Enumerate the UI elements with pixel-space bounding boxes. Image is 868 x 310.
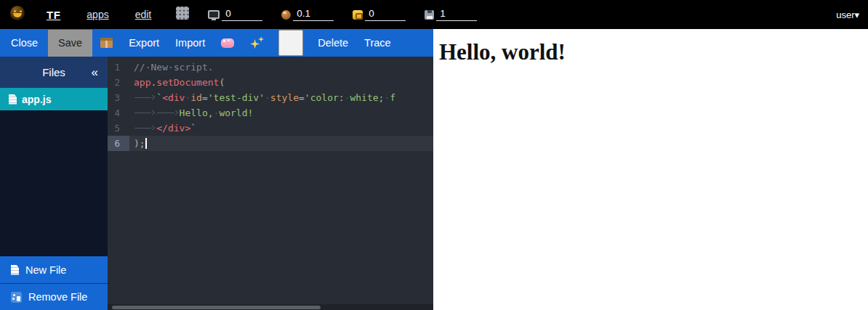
remove-file-label: Remove File: [28, 291, 87, 303]
save-button[interactable]: Save: [48, 30, 92, 57]
files-header-label: Files: [42, 66, 65, 78]
monitor-icon: [208, 10, 220, 19]
package-button[interactable]: [92, 29, 121, 57]
line-number: 1: [108, 60, 129, 75]
line-number: 5: [108, 121, 129, 136]
preview-heading: Hello, world!: [439, 39, 868, 65]
file-list-empty-area: [0, 110, 108, 256]
stat-floppy-field[interactable]: 1: [425, 8, 477, 21]
tab-whitespace-icon: [134, 93, 156, 102]
export-button[interactable]: Export: [121, 29, 167, 57]
stat-coin-field[interactable]: 0: [353, 8, 406, 21]
top-bar: TF apps edit 0 0.1 0 1 user▾: [0, 0, 868, 29]
code-token: <div: [162, 92, 185, 103]
tab-whitespace-icon: [134, 123, 156, 132]
code-token: `: [190, 123, 196, 134]
editor-toolbar: Close Save Export Import Delete Trace: [0, 29, 433, 57]
new-file-button[interactable]: New File: [0, 256, 108, 283]
code-text[interactable]: </div>`: [129, 121, 433, 136]
file-icon: [9, 94, 17, 105]
horizontal-scrollbar[interactable]: [108, 304, 433, 310]
tab-whitespace-icon: [156, 108, 179, 117]
delete-button[interactable]: Delete: [310, 29, 356, 57]
close-button[interactable]: Close: [3, 29, 46, 57]
stat-monitor-value[interactable]: 0: [222, 8, 262, 21]
line-number: 6: [108, 136, 129, 151]
sparkles-button[interactable]: [242, 29, 272, 57]
blank-button[interactable]: [278, 30, 303, 56]
code-line[interactable]: 6);: [108, 136, 433, 151]
user-menu-label: user: [836, 9, 854, 20]
new-file-label: New File: [25, 264, 66, 276]
code-token: f: [390, 92, 395, 103]
code-text[interactable]: //·New·script.: [129, 60, 433, 75]
beer-icon: [281, 10, 291, 20]
tab-whitespace-icon: [134, 108, 156, 117]
import-button[interactable]: Import: [167, 29, 213, 57]
line-number: 4: [108, 105, 129, 121]
nav-link-edit[interactable]: edit: [135, 9, 152, 20]
code-line[interactable]: 1//·New·script.: [108, 60, 433, 75]
file-item-appjs[interactable]: app.js: [0, 88, 108, 110]
collapse-sidebar-button[interactable]: «: [92, 65, 98, 80]
code-text[interactable]: );: [129, 136, 433, 151]
app-window: TF apps edit 0 0.1 0 1 user▾ Close: [0, 0, 868, 310]
code-token: id: [190, 92, 202, 103]
code-token: (: [219, 77, 225, 88]
file-item-label: app.js: [22, 94, 51, 105]
code-token: `: [156, 92, 162, 103]
code-token: =: [202, 92, 208, 103]
code-token: world!: [219, 107, 253, 118]
line-number: 3: [108, 90, 129, 105]
code-text[interactable]: `<div·id='test-div'·style='color:·white;…: [129, 90, 433, 105]
code-token: 'color:: [305, 92, 345, 103]
editor-panel: Close Save Export Import Delete Trace: [0, 29, 433, 310]
files-header: Files «: [0, 57, 108, 88]
coin-icon: [353, 10, 363, 20]
nav-link-apps[interactable]: apps: [87, 9, 108, 20]
files-sidebar: Files « app.js New File Remove File: [0, 57, 108, 310]
soap-button[interactable]: [213, 29, 242, 57]
main-area: Close Save Export Import Delete Trace: [0, 29, 868, 310]
scrollbar-thumb[interactable]: [112, 306, 321, 309]
grid-menu-button[interactable]: [176, 7, 189, 23]
code-token: =: [299, 92, 305, 103]
litter-icon: [11, 292, 22, 303]
stat-floppy-value[interactable]: 1: [436, 8, 477, 21]
dot-grid-icon: [176, 7, 189, 20]
preview-pane: Hello, world!: [433, 29, 868, 310]
code-line[interactable]: 3`<div·id='test-div'·style='color:·white…: [108, 90, 433, 105]
stat-beer-value[interactable]: 0.1: [293, 8, 334, 21]
soap-icon: [221, 38, 234, 48]
code-token: setDocument: [156, 77, 219, 88]
devil-grin-icon: [10, 6, 25, 20]
line-number: 2: [108, 75, 129, 90]
code-token: app: [134, 77, 150, 88]
stat-coin-value[interactable]: 0: [365, 8, 406, 21]
code-token: Hello,: [180, 107, 214, 118]
code-token: </div>: [156, 123, 190, 134]
trace-button[interactable]: Trace: [356, 29, 399, 57]
code-token: );: [134, 138, 145, 149]
app-logo-button[interactable]: [10, 6, 25, 23]
stat-beer-field[interactable]: 0.1: [281, 8, 334, 21]
code-text[interactable]: app.setDocument(: [129, 75, 433, 90]
chevron-down-icon: ▾: [854, 9, 859, 20]
code-text[interactable]: Hello,·world!: [129, 105, 433, 121]
code-line[interactable]: 5</div>`: [108, 121, 433, 136]
sparkles-icon: [250, 36, 264, 49]
brand-link[interactable]: TF: [47, 9, 60, 21]
code-token: style: [270, 92, 299, 103]
remove-file-button[interactable]: Remove File: [0, 283, 108, 310]
code-token: //·New·script.: [134, 62, 214, 73]
code-editor[interactable]: 1//·New·script.2app.setDocument(3`<div·i…: [108, 57, 433, 310]
code-token: white;: [350, 92, 384, 103]
text-cursor: [145, 138, 147, 149]
code-line[interactable]: 2app.setDocument(: [108, 75, 433, 90]
editor-body: Files « app.js New File Remove File: [0, 57, 433, 310]
stat-monitor-field[interactable]: 0: [208, 8, 262, 21]
floppy-icon: [425, 10, 434, 20]
code-area: 1//·New·script.2app.setDocument(3`<div·i…: [108, 60, 433, 151]
code-line[interactable]: 4Hello,·world!: [108, 105, 433, 121]
user-menu[interactable]: user▾: [836, 9, 859, 20]
